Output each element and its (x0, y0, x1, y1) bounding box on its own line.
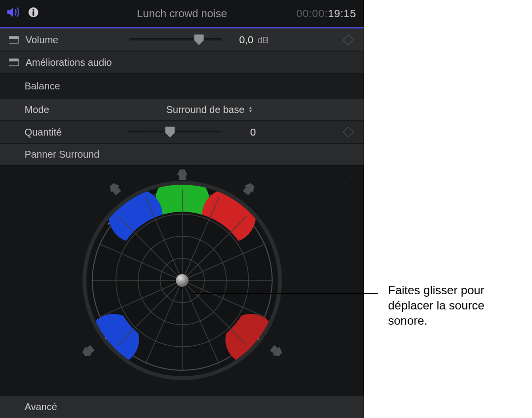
mode-label: Mode (25, 104, 128, 115)
surround-panner-area (0, 165, 364, 395)
balance-label: Balance (25, 81, 355, 92)
panner-header: Panner Surround (0, 143, 364, 165)
svg-rect-6 (9, 59, 19, 61)
collapse-icon[interactable] (9, 36, 19, 44)
amount-label: Quantité (25, 127, 128, 138)
amount-row: Quantité 0 (0, 121, 364, 143)
volume-slider[interactable] (129, 38, 222, 41)
keyframe-icon[interactable] (343, 127, 354, 138)
callout-leader-line (192, 293, 378, 294)
advanced-label: Avancé (25, 401, 57, 413)
speaker-center-icon (174, 166, 191, 182)
enhancements-label: Améliorations audio (26, 57, 355, 68)
keyframe-icon[interactable] (341, 173, 352, 184)
panner-puck[interactable] (176, 274, 189, 287)
surround-panner-wheel[interactable] (79, 177, 285, 384)
inspector-header: Lunch crowd noise 00:00:19:15 (0, 0, 364, 27)
volume-label: Volume (26, 34, 129, 46)
volume-row: Volume 0,0dB (0, 28, 364, 51)
timecode: 00:00:19:15 (296, 7, 356, 20)
mode-row: Mode Surround de base ▲▼ (0, 98, 364, 121)
timecode-dim: 00:00: (296, 7, 328, 20)
balance-header: Balance (0, 74, 364, 98)
volume-value[interactable]: 0,0dB (222, 34, 286, 46)
stepper-icon: ▲▼ (249, 106, 253, 113)
collapse-icon[interactable] (9, 58, 19, 66)
audio-inspector-panel: Lunch crowd noise 00:00:19:15 Volume 0,0… (0, 0, 364, 418)
panner-label: Panner Surround (25, 149, 355, 160)
advanced-row[interactable]: Avancé (0, 395, 364, 418)
amount-slider[interactable] (128, 131, 221, 134)
enhancements-header-row[interactable]: Améliorations audio (0, 51, 364, 74)
timecode-active: 19:15 (328, 7, 356, 20)
keyframe-icon[interactable] (343, 34, 354, 46)
mode-value: Surround de base (167, 104, 245, 115)
amount-value[interactable]: 0 (221, 126, 285, 138)
svg-marker-29 (177, 169, 188, 175)
svg-rect-4 (9, 36, 19, 39)
callout-text: Faites glisser pour déplacer la source s… (388, 282, 526, 328)
svg-rect-28 (179, 175, 186, 180)
mode-select[interactable]: Surround de base ▲▼ (128, 104, 291, 115)
